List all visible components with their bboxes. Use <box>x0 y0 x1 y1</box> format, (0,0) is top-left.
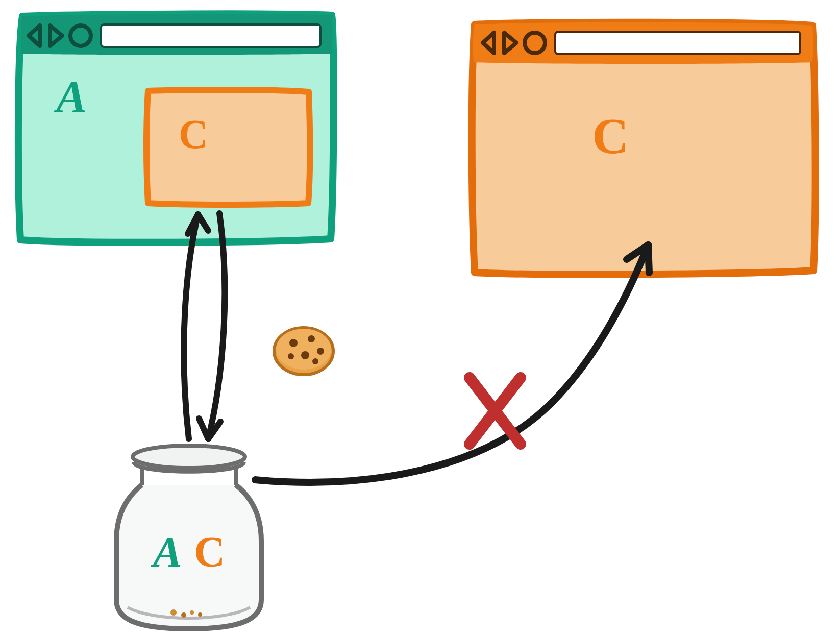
cookie-jar: A C <box>116 446 261 629</box>
cookie-icon <box>274 328 333 375</box>
svg-point-4 <box>289 339 298 347</box>
browser-a: A C <box>18 14 334 242</box>
diagram-canvas: A C C <box>0 0 840 638</box>
svg-point-7 <box>301 351 309 359</box>
jar-label-a: A <box>151 528 182 576</box>
svg-point-12 <box>181 612 186 618</box>
blocked-x-icon <box>470 378 521 444</box>
svg-point-8 <box>288 353 294 359</box>
browser-a-iframe-label: C <box>179 112 208 157</box>
svg-point-11 <box>170 609 177 616</box>
arrow-jar-to-iframe <box>184 214 208 439</box>
arrow-iframe-to-jar <box>199 213 225 439</box>
svg-point-14 <box>198 612 202 617</box>
browser-a-label: A <box>54 71 87 122</box>
svg-point-10 <box>133 446 245 468</box>
browser-a-iframe-c: C <box>146 90 310 205</box>
browser-c-address-bar <box>555 32 800 54</box>
jar-label-c: C <box>194 528 225 576</box>
svg-point-5 <box>308 335 315 342</box>
svg-point-9 <box>312 358 318 364</box>
svg-point-13 <box>190 610 194 615</box>
browser-c: C <box>472 22 816 275</box>
browser-c-label: C <box>592 108 629 164</box>
browser-a-address-bar <box>101 24 320 47</box>
svg-point-6 <box>317 348 324 355</box>
